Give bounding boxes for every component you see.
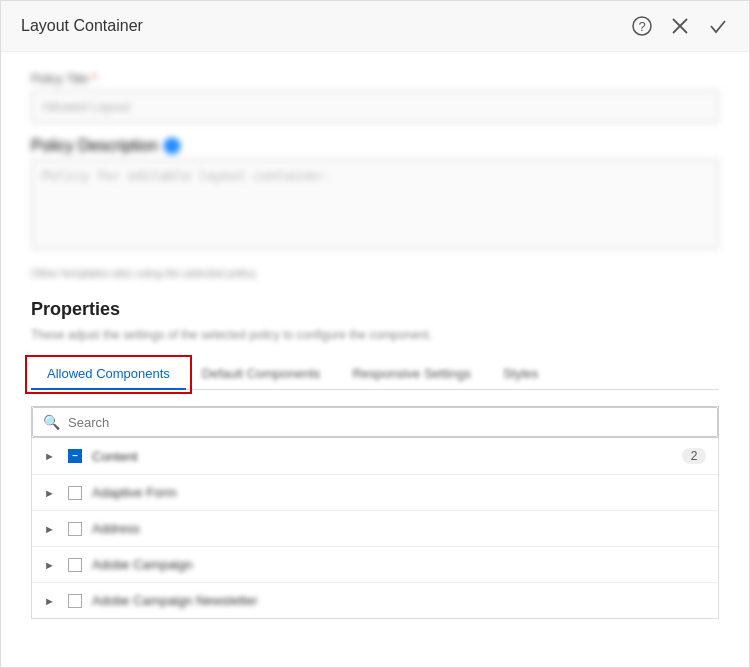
dialog-title: Layout Container xyxy=(21,17,143,35)
tab-styles[interactable]: Styles xyxy=(487,358,554,389)
table-row: ► Adaptive Form xyxy=(32,475,718,511)
chevron-icon[interactable]: ► xyxy=(44,487,58,499)
svg-text:?: ? xyxy=(638,19,645,34)
chevron-icon[interactable]: ► xyxy=(44,523,58,535)
dialog-body: Policy Title * Policy Description i Poli… xyxy=(1,52,749,667)
component-badge: 2 xyxy=(682,448,706,464)
checkbox-item3[interactable] xyxy=(68,558,82,572)
properties-section: Properties These adjust the settings of … xyxy=(31,299,719,619)
table-row: ► Adobe Campaign xyxy=(32,547,718,583)
search-bar: 🔍 xyxy=(32,407,718,437)
chevron-icon[interactable]: ► xyxy=(44,450,58,462)
checkbox-item4[interactable] xyxy=(68,594,82,608)
tabs-row: Allowed Components Default Components Re… xyxy=(31,358,719,390)
component-name: Adobe Campaign xyxy=(92,557,706,572)
properties-title: Properties xyxy=(31,299,719,320)
table-row: ► Adobe Campaign Newsletter xyxy=(32,583,718,618)
blurred-form-section: Policy Title * Policy Description i Poli… xyxy=(31,72,719,279)
info-icon: i xyxy=(164,138,180,154)
search-icon: 🔍 xyxy=(43,414,60,430)
checkbox-item1[interactable] xyxy=(68,486,82,500)
tab-default-components[interactable]: Default Components xyxy=(186,358,337,389)
confirm-icon[interactable] xyxy=(707,15,729,37)
search-input[interactable] xyxy=(68,415,707,430)
dialog-header: Layout Container ? xyxy=(1,1,749,52)
policy-title-input[interactable] xyxy=(31,90,719,123)
component-name: Address xyxy=(92,521,706,536)
checkbox-group1[interactable] xyxy=(68,449,82,463)
checkbox-item2[interactable] xyxy=(68,522,82,536)
chevron-icon[interactable]: ► xyxy=(44,595,58,607)
tab-wrapper-allowed-components: Allowed Components xyxy=(31,358,186,389)
help-icon[interactable]: ? xyxy=(631,15,653,37)
sub-text: Other templates also using the selected … xyxy=(31,267,719,279)
properties-desc: These adjust the settings of the selecte… xyxy=(31,328,719,342)
table-row: ► Content 2 xyxy=(32,438,718,475)
component-list: ► Content 2 ► Adaptive Form ► Address xyxy=(31,438,719,619)
tab-responsive-settings[interactable]: Responsive Settings xyxy=(336,358,487,389)
component-name: Content xyxy=(92,449,672,464)
table-row: ► Address xyxy=(32,511,718,547)
search-container: 🔍 xyxy=(31,406,719,438)
policy-title-label: Policy Title * xyxy=(31,72,719,86)
chevron-icon[interactable]: ► xyxy=(44,559,58,571)
close-icon[interactable] xyxy=(669,15,691,37)
component-name: Adobe Campaign Newsletter xyxy=(92,593,706,608)
tab-allowed-components[interactable]: Allowed Components xyxy=(31,358,186,389)
policy-desc-label-row: Policy Description i xyxy=(31,137,719,155)
layout-container-dialog: Layout Container ? xyxy=(0,0,750,668)
component-name: Adaptive Form xyxy=(92,485,706,500)
header-actions: ? xyxy=(631,15,729,37)
policy-description-input[interactable]: Policy for editable layout container. xyxy=(31,159,719,249)
